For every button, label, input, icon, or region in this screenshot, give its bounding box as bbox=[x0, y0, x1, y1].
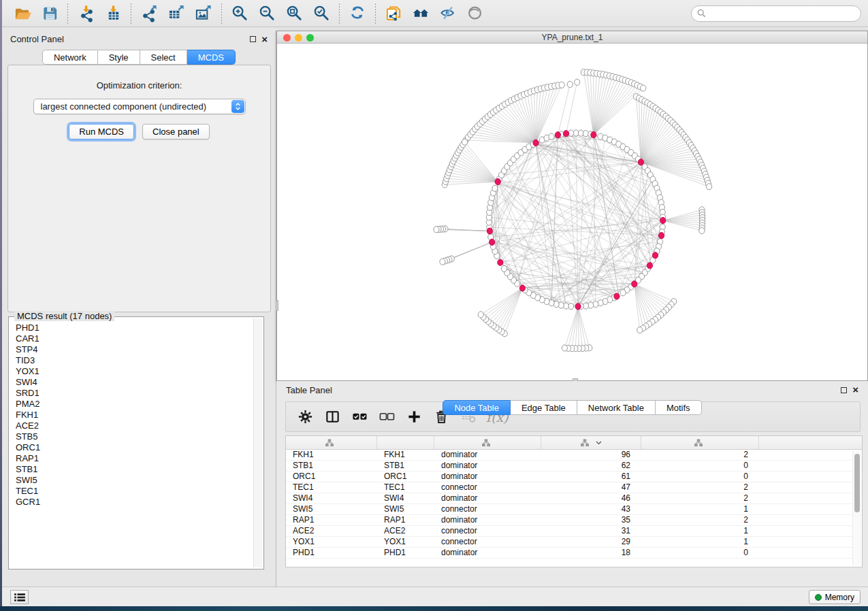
zoom-selected-button[interactable] bbox=[308, 2, 335, 25]
control-panel-tabs: NetworkStyleSelectMCDS bbox=[2, 50, 276, 65]
network-node[interactable] bbox=[462, 139, 467, 145]
mcds-result-scrollbar[interactable] bbox=[253, 318, 262, 567]
network-node[interactable] bbox=[434, 227, 439, 233]
import-table-button[interactable] bbox=[99, 2, 127, 25]
mcds-result-item[interactable]: TEC1 bbox=[16, 486, 253, 497]
mcds-hub-node[interactable] bbox=[591, 132, 596, 138]
network-window-titlebar[interactable]: YPA_prune.txt_1 bbox=[277, 31, 867, 44]
mcds-result-item[interactable]: ACE2 bbox=[16, 420, 253, 431]
tab-network-table[interactable]: Network Table bbox=[577, 400, 656, 415]
search-input[interactable] bbox=[709, 9, 855, 18]
zoom-in-button[interactable] bbox=[226, 2, 253, 25]
mcds-hub-node[interactable] bbox=[498, 259, 503, 265]
tab-mcds[interactable]: MCDS bbox=[187, 50, 236, 65]
tab-select[interactable]: Select bbox=[140, 50, 187, 65]
mcds-result-item[interactable]: ORC1 bbox=[16, 442, 253, 453]
cytoscape-app-window: Control Panel × NetworkStyleSelectMCDS O… bbox=[2, 0, 868, 606]
open-file-icon bbox=[14, 4, 32, 22]
tab-network[interactable]: Network bbox=[42, 50, 98, 65]
memory-button[interactable]: Memory bbox=[809, 590, 861, 604]
hide-selected-button[interactable] bbox=[434, 2, 462, 25]
close-panel-icon[interactable]: × bbox=[261, 36, 268, 43]
mcds-hub-node[interactable] bbox=[638, 159, 643, 165]
network-node[interactable] bbox=[492, 185, 498, 191]
clone-network-button[interactable] bbox=[380, 2, 407, 25]
maximize-window-icon[interactable] bbox=[306, 34, 314, 42]
save-session-button[interactable] bbox=[36, 2, 63, 25]
mcds-hub-node[interactable] bbox=[487, 228, 492, 234]
import-network-button[interactable] bbox=[72, 2, 99, 25]
export-network-button[interactable] bbox=[135, 2, 163, 25]
network-node[interactable] bbox=[699, 228, 705, 234]
mcds-hub-node[interactable] bbox=[575, 303, 581, 310]
mcds-result-item[interactable]: FKH1 bbox=[16, 410, 253, 420]
tab-node-table[interactable]: Node Table bbox=[443, 400, 511, 415]
mcds-result-item[interactable]: GCR1 bbox=[16, 497, 253, 508]
network-node[interactable] bbox=[562, 345, 567, 351]
network-node[interactable] bbox=[706, 184, 711, 190]
mcds-hub-node[interactable] bbox=[555, 132, 560, 138]
mcds-hub-node[interactable] bbox=[495, 178, 500, 184]
close-table-panel-icon[interactable]: × bbox=[852, 386, 858, 393]
mcds-hub-node[interactable] bbox=[632, 281, 637, 287]
mcds-hub-node[interactable] bbox=[647, 263, 652, 269]
minimize-window-icon[interactable] bbox=[295, 34, 302, 42]
mcds-result-item[interactable]: PHD1 bbox=[16, 323, 253, 333]
network-node[interactable] bbox=[440, 259, 445, 265]
mcds-hub-node[interactable] bbox=[614, 293, 620, 299]
network-node[interactable] bbox=[549, 133, 554, 139]
mcds-hub-node[interactable] bbox=[659, 233, 664, 239]
task-history-button[interactable] bbox=[10, 590, 29, 604]
tab-edge-table[interactable]: Edge Table bbox=[511, 400, 577, 415]
first-neighbors-button[interactable] bbox=[407, 2, 434, 25]
show-all-button[interactable] bbox=[462, 2, 489, 25]
network-node[interactable] bbox=[637, 327, 643, 333]
run-mcds-button[interactable]: Run MCDS bbox=[69, 124, 134, 139]
zoom-out-button[interactable] bbox=[253, 2, 280, 25]
close-window-icon[interactable] bbox=[283, 34, 291, 42]
float-panel-icon[interactable] bbox=[250, 36, 256, 42]
zoom-fit-button[interactable] bbox=[280, 2, 308, 25]
mcds-hub-node[interactable] bbox=[519, 285, 525, 291]
mcds-hub-node[interactable] bbox=[563, 131, 568, 137]
panel-splitter-handle-left[interactable] bbox=[276, 300, 278, 311]
tab-motifs[interactable]: Motifs bbox=[656, 400, 702, 415]
mcds-result-item[interactable]: SWI4 bbox=[16, 377, 253, 388]
mcds-result-item[interactable]: SRD1 bbox=[16, 388, 253, 399]
tab-style[interactable]: Style bbox=[98, 50, 140, 65]
mcds-result-item[interactable]: STB1 bbox=[16, 464, 253, 475]
mcds-result-item[interactable]: STP4 bbox=[16, 344, 253, 355]
mcds-hub-node[interactable] bbox=[533, 139, 539, 146]
network-node[interactable] bbox=[559, 82, 564, 88]
network-node[interactable] bbox=[620, 290, 626, 296]
export-table-button[interactable] bbox=[163, 2, 190, 25]
mcds-result-item[interactable]: STB5 bbox=[16, 431, 253, 442]
close-panel-button[interactable]: Close panel bbox=[142, 124, 210, 139]
mcds-result-item[interactable]: CAR1 bbox=[16, 333, 253, 344]
refresh-button[interactable] bbox=[344, 2, 371, 25]
export-network-icon bbox=[140, 4, 159, 22]
search-box[interactable] bbox=[691, 5, 861, 22]
control-panel-title: Control Panel bbox=[10, 34, 64, 44]
mcds-result-item[interactable]: SWI5 bbox=[16, 475, 253, 486]
optimization-criterion-select[interactable]: largest connected component (undirected) bbox=[33, 99, 246, 114]
mcds-hub-node[interactable] bbox=[660, 217, 666, 223]
network-node[interactable] bbox=[501, 265, 507, 271]
network-node[interactable] bbox=[641, 85, 646, 91]
mcds-hub-node[interactable] bbox=[489, 239, 495, 245]
mcds-result-item[interactable]: PMA2 bbox=[16, 399, 253, 410]
network-node[interactable] bbox=[478, 312, 483, 318]
mcds-hub-node[interactable] bbox=[652, 252, 658, 259]
network-node[interactable] bbox=[575, 79, 580, 85]
mcds-result-item[interactable]: RAP1 bbox=[16, 453, 253, 464]
float-table-panel-icon[interactable] bbox=[841, 387, 847, 393]
network-node[interactable] bbox=[567, 81, 573, 87]
clone-network-icon bbox=[385, 4, 403, 22]
open-file-button[interactable] bbox=[9, 2, 36, 25]
network-canvas[interactable] bbox=[277, 44, 867, 380]
network-graph[interactable] bbox=[277, 44, 867, 380]
export-image-button[interactable] bbox=[190, 2, 217, 25]
mcds-result-list[interactable]: PHD1CAR1STP4TID3YOX1SWI4SRD1PMA2FKH1ACE2… bbox=[10, 323, 253, 567]
mcds-result-item[interactable]: TID3 bbox=[16, 355, 253, 366]
mcds-result-item[interactable]: YOX1 bbox=[16, 366, 253, 377]
